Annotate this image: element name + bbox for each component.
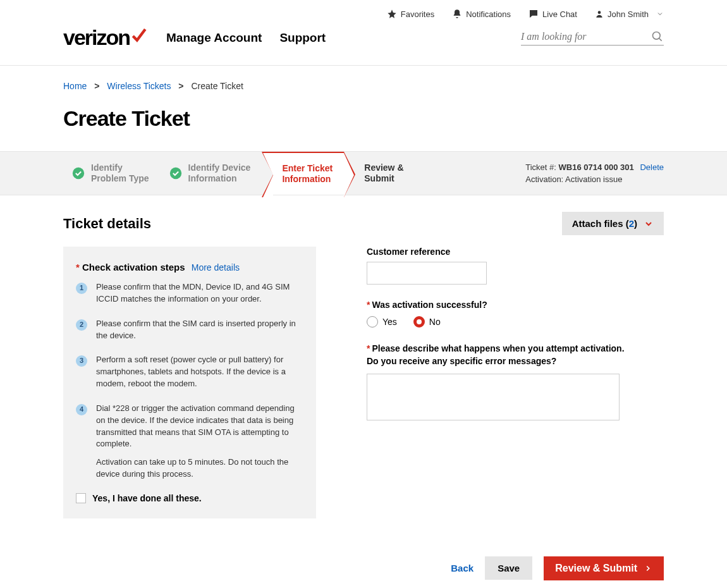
chat-icon [528,9,539,19]
confirm-checkbox-row[interactable]: Yes, I have done all these. [76,493,303,503]
svg-point-1 [653,32,661,39]
check-icon [131,27,147,44]
favorites-label: Favorites [401,9,434,19]
live-chat-label: Live Chat [542,9,577,19]
star-icon [387,9,397,19]
card-header: * Check activation steps More details [76,262,303,273]
chevron-down-icon [644,219,654,229]
chevron-right-icon [644,564,652,573]
breadcrumb-current: Create Ticket [191,81,243,91]
save-button[interactable]: Save [485,556,532,580]
step-badge: 1 [76,283,87,294]
review-submit-button[interactable]: Review & Submit [544,556,664,580]
live-chat-link[interactable]: Live Chat [528,9,577,19]
describe-group: *Please describe what happens when you a… [367,343,664,422]
utility-bar: Favorites Notifications Live Chat John S… [0,0,727,25]
search[interactable] [521,30,664,46]
radio-icon [413,316,425,328]
step-2: 2 Please confirm that the SIM card is in… [76,318,303,342]
step-badge: 4 [76,404,87,415]
wizard-bar: IdentifyProblem Type Identify DeviceInfo… [0,151,727,195]
step-3: 3 Perform a soft reset (power cycle or p… [76,354,303,390]
header: verizon Manage Account Support [0,25,727,65]
wizard-meta: Ticket #: WB16 0714 000 301 Delete Activ… [525,152,664,195]
activation-steps-card: * Check activation steps More details 1 … [63,247,316,518]
confirm-label: Yes, I have done all these. [92,493,202,503]
wizard-step-enter-ticket[interactable]: Enter TicketInformation [273,152,344,195]
main-columns: * Check activation steps More details 1 … [0,247,727,518]
delete-ticket-link[interactable]: Delete [640,162,664,172]
section-title: Ticket details [63,216,151,232]
check-circle-icon [169,167,182,180]
activation-success-label: *Was activation successful? [367,300,664,310]
more-details-link[interactable]: More details [192,262,240,273]
logo[interactable]: verizon [63,25,147,50]
radio-yes[interactable]: Yes [367,316,397,328]
wizard-step-review-submit[interactable]: Review &Submit [355,152,415,195]
logo-text: verizon [63,25,130,50]
check-circle-icon [72,167,85,180]
user-menu[interactable]: John Smith [595,9,664,19]
attach-files-button[interactable]: Attach files (2) [562,212,664,235]
search-input[interactable] [521,31,651,42]
customer-reference-input[interactable] [367,262,487,285]
wizard-step-device-info[interactable]: Identify DeviceInformation [161,152,262,195]
activation-success-group: *Was activation successful? Yes No [367,300,664,328]
breadcrumb-home[interactable]: Home [63,81,87,91]
customer-reference-group: Customer reference [367,247,664,285]
svg-line-2 [659,38,662,40]
nav-support[interactable]: Support [279,31,326,45]
step-1: 1 Please confirm that the MDN, Device ID… [76,281,303,305]
breadcrumb-sep: > [94,81,99,91]
notifications-link[interactable]: Notifications [452,9,511,19]
breadcrumb-wireless[interactable]: Wireless Tickets [107,81,171,91]
wizard-step-problem-type[interactable]: IdentifyProblem Type [63,152,161,195]
checkbox-icon[interactable] [76,493,86,503]
action-row: Back Save Review & Submit [0,518,727,588]
breadcrumb: Home > Wireless Tickets > Create Ticket [0,66,727,91]
svg-point-4 [169,168,181,179]
breadcrumb-sep: > [178,81,183,91]
describe-textarea[interactable] [367,374,620,420]
user-icon [595,9,604,18]
radio-icon [367,316,378,328]
customer-reference-label: Customer reference [367,247,664,257]
ticket-form: Customer reference *Was activation succe… [367,247,664,518]
activation-line: Activation: Activation issue [525,173,664,186]
svg-point-0 [598,11,601,14]
section-header-row: Ticket details Attach files (2) [0,195,727,247]
favorites-link[interactable]: Favorites [387,9,434,19]
main-nav: Manage Account Support [166,31,326,45]
page-title: Create Ticket [0,91,727,151]
step-badge: 2 [76,319,87,331]
ticket-number: WB16 0714 000 301 [559,162,634,172]
bell-icon [452,9,462,19]
radio-no[interactable]: No [413,316,441,328]
step-4: 4 Dial *228 or trigger the activation co… [76,403,303,481]
svg-point-3 [73,168,84,179]
chevron-down-icon [656,10,664,18]
search-icon[interactable] [651,30,664,43]
describe-label: *Please describe what happens when you a… [367,343,664,367]
step-badge: 3 [76,355,87,367]
notifications-label: Notifications [466,9,511,19]
back-button[interactable]: Back [451,563,473,573]
user-name: John Smith [608,9,649,19]
nav-manage[interactable]: Manage Account [166,31,262,45]
